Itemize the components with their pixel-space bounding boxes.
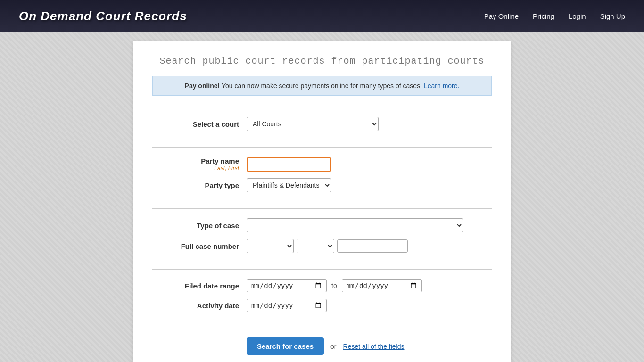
activity-date-label: Activity date [152,302,247,310]
case-type-select[interactable] [247,218,463,232]
filed-date-label: Filed date range [152,282,247,290]
case-num-type-select[interactable] [297,239,334,253]
search-button[interactable]: Search for cases [247,337,324,355]
case-section: Type of case Full case number [152,208,492,269]
case-number-label: Full case number [152,242,247,250]
court-select[interactable]: All Courts [247,117,379,131]
navbar: On Demand Court Records Pay Online Prici… [0,0,644,32]
nav-pay-online[interactable]: Pay Online [484,12,519,20]
activity-date-input[interactable] [247,299,327,312]
page-title: Search public court records from partici… [152,56,492,66]
nav-pricing[interactable]: Pricing [533,12,554,20]
party-type-select[interactable]: Plaintiffs & Defendants Plaintiffs Defen… [247,178,331,192]
date-separator: to [331,282,337,289]
alert-text: You can now make secure payments online … [220,82,424,90]
dates-section: Filed date range to Activity date [152,269,492,328]
party-section: Party name Last, First Party type Plaint… [152,147,492,208]
reset-button[interactable]: Reset all of the fields [343,343,405,350]
filed-date-start[interactable] [247,279,327,292]
case-num-part-select[interactable] [247,239,294,253]
filed-date-end[interactable] [342,279,422,292]
alert-banner: Pay online! You can now make secure paym… [152,76,492,96]
case-number-group [247,239,408,253]
party-type-row: Party type Plaintiffs & Defendants Plain… [152,178,492,192]
page-wrapper: Search public court records from partici… [0,32,644,362]
filed-date-row: Filed date range to [152,279,492,292]
main-card: Search public court records from partici… [133,41,511,362]
alert-learn-more-link[interactable]: Learn more. [424,82,459,90]
nav-login[interactable]: Login [569,12,586,20]
court-row: Select a court All Courts [152,117,492,131]
court-section: Select a court All Courts [152,107,492,147]
case-num-text-input[interactable] [337,239,408,253]
party-name-sub: Last, First [152,165,239,172]
filed-date-range: to [247,279,422,292]
form-actions: Search for cases or Reset all of the fie… [247,328,492,355]
case-number-row: Full case number [152,239,492,253]
case-type-row: Type of case [152,218,492,232]
nav-links: Pay Online Pricing Login Sign Up [484,12,625,20]
court-label: Select a court [152,120,247,128]
party-name-label: Party name Last, First [152,157,247,172]
reset-prefix: or [330,343,336,350]
nav-signup[interactable]: Sign Up [600,12,625,20]
case-type-label: Type of case [152,222,247,230]
party-name-row: Party name Last, First [152,157,492,172]
activity-date-row: Activity date [152,299,492,312]
site-brand: On Demand Court Records [19,9,484,24]
party-type-label: Party type [152,181,247,189]
alert-bold: Pay online! [185,82,220,90]
party-name-input[interactable] [247,157,331,172]
